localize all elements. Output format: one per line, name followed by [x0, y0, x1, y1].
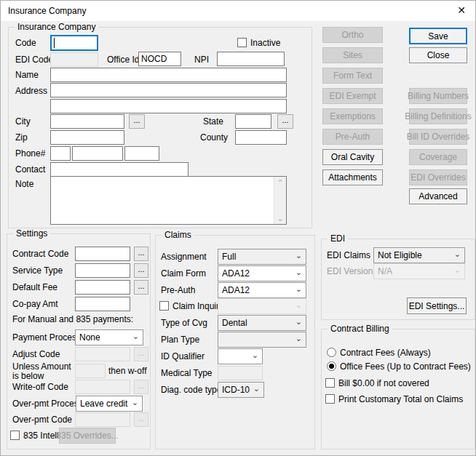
- over-pmt-process-label: Over-pmt Process: [12, 399, 83, 409]
- ortho-button: Ortho: [322, 27, 383, 43]
- note-textarea[interactable]: ⌃ ⌄: [50, 176, 287, 225]
- settings-title: Settings: [13, 228, 50, 239]
- unless-amount-input: [75, 364, 106, 378]
- co-pay-input[interactable]: [75, 297, 130, 311]
- contract-code-browse-button[interactable]: ...: [134, 247, 148, 261]
- attachments-button[interactable]: Attachments: [322, 169, 383, 185]
- intelli-adj-checkbox[interactable]: [10, 431, 20, 440]
- chevron-down-icon: ⌄: [295, 251, 302, 260]
- adjust-code-label: Adjust Code: [12, 349, 60, 359]
- phone-ext-input[interactable]: [124, 146, 159, 161]
- edi-exempt-button: EDI Exempt: [322, 88, 383, 104]
- payment-process-select[interactable]: None ⌄: [75, 329, 143, 345]
- inactive-checkbox[interactable]: [237, 38, 247, 47]
- default-fee-browse-button[interactable]: ...: [134, 280, 148, 295]
- chevron-down-icon: ⌄: [454, 265, 461, 275]
- chevron-down-icon: ⌄: [132, 332, 139, 341]
- close-button[interactable]: Close: [409, 47, 467, 63]
- default-fee-label: Default Fee: [12, 282, 57, 292]
- office-fees-label: Office Fees (Up to Contract Fees): [340, 361, 471, 372]
- state-browse-button[interactable]: ...: [277, 114, 293, 129]
- zip-input[interactable]: [50, 130, 124, 145]
- contact-input[interactable]: [50, 162, 189, 177]
- save-button[interactable]: Save: [409, 28, 467, 44]
- chevron-down-icon: ⌄: [252, 351, 258, 360]
- pre-auth-value: ADA12: [222, 285, 250, 295]
- contract-fees-radio[interactable]: [327, 348, 336, 357]
- sites-button: Sites: [322, 47, 383, 63]
- edi-title: EDI: [328, 233, 348, 244]
- type-of-cvg-select[interactable]: Dental ⌄: [218, 315, 306, 331]
- id-qualifier-label: ID Qualifier: [161, 351, 205, 361]
- type-of-cvg-value: Dental: [222, 318, 247, 328]
- form-text-button: Form Text: [322, 68, 383, 84]
- claim-form-select[interactable]: ADA12 ⌄: [218, 265, 306, 281]
- bill-zero-label: Bill $0.00 if not covered: [338, 378, 429, 388]
- code-input[interactable]: [50, 35, 98, 51]
- note-scrollbar[interactable]: ⌃ ⌄: [274, 177, 286, 224]
- service-type-browse-button[interactable]: ...: [134, 263, 148, 278]
- pre-auth-select[interactable]: ADA12 ⌄: [218, 282, 306, 298]
- over-pmt-code-input: [75, 412, 130, 427]
- claim-inquiry-label: Claim Inquiry: [172, 301, 223, 311]
- over-pmt-code-browse-button: ...: [134, 412, 148, 427]
- office-id-input[interactable]: [138, 52, 181, 66]
- name-input[interactable]: [50, 68, 287, 82]
- assignment-label: Assignment: [161, 252, 207, 262]
- billing-definitions-button: Billing Definitions: [409, 108, 467, 124]
- chevron-down-icon: ⌄: [253, 384, 260, 393]
- zip-label: Zip: [15, 132, 28, 143]
- city-label: City: [15, 116, 31, 127]
- city-browse-button[interactable]: ...: [129, 114, 145, 129]
- npi-input[interactable]: [217, 52, 285, 66]
- assignment-select[interactable]: Full ⌄: [218, 249, 306, 265]
- print-customary-checkbox[interactable]: [325, 394, 335, 404]
- contract-code-input[interactable]: [75, 247, 130, 261]
- edi-settings-button[interactable]: EDI Settings...: [407, 297, 467, 314]
- edi-code-input: [50, 52, 98, 67]
- scroll-up-icon[interactable]: ⌃: [274, 177, 286, 188]
- id-qualifier-select[interactable]: ⌄: [218, 348, 263, 364]
- diag-code-type-select[interactable]: ICD-10 ⌄: [218, 382, 264, 398]
- over-pmt-process-value: Leave credit: [80, 399, 127, 409]
- scroll-down-icon[interactable]: ⌄: [274, 213, 286, 223]
- office-fees-radio[interactable]: [327, 361, 336, 371]
- phone-area-input[interactable]: [50, 146, 71, 161]
- contract-billing-group: Contract Billing: [321, 329, 475, 449]
- chevron-down-icon: ⌄: [295, 268, 302, 277]
- edi-version-value: N/A: [378, 266, 392, 276]
- edi-claims-select[interactable]: Not Eligible ⌄: [373, 247, 465, 263]
- edi-version-label: EDI Version: [327, 266, 373, 276]
- group-title: Insurance Company: [15, 22, 98, 32]
- name-label: Name: [15, 70, 39, 80]
- contract-billing-title: Contract Billing: [328, 324, 392, 334]
- county-input[interactable]: [235, 130, 287, 145]
- address-input-1[interactable]: [50, 83, 287, 97]
- claim-inquiry-select: ⌄: [218, 298, 306, 314]
- co-pay-label: Co-pay Amt: [12, 299, 58, 309]
- over-pmt-process-select[interactable]: Leave credit ⌄: [76, 396, 143, 412]
- phone-number-input[interactable]: [72, 146, 123, 161]
- address-input-2[interactable]: [50, 99, 287, 113]
- inactive-label: Inactive: [250, 38, 280, 48]
- plan-type-select[interactable]: ⌄: [218, 332, 306, 348]
- close-icon[interactable]: ✕: [455, 4, 468, 16]
- diag-code-type-label: Diag. code type: [161, 385, 221, 395]
- print-customary-label: Print Customary Total on Claims: [338, 394, 463, 404]
- default-fee-input[interactable]: [75, 280, 130, 295]
- city-input[interactable]: [50, 114, 124, 129]
- address-label: Address: [15, 86, 47, 96]
- payment-process-value: None: [79, 332, 100, 343]
- claim-inquiry-checkbox[interactable]: [159, 301, 169, 311]
- adjust-code-browse-button: ...: [134, 347, 148, 361]
- claim-form-value: ADA12: [222, 268, 250, 279]
- title-bar: Insurance Company ✕: [1, 1, 475, 21]
- county-label: County: [200, 132, 228, 143]
- bill-zero-checkbox[interactable]: [325, 378, 335, 388]
- assignment-value: Full: [222, 252, 236, 262]
- service-type-input[interactable]: [75, 263, 130, 278]
- npi-label: NPI: [194, 55, 209, 65]
- state-input[interactable]: [235, 114, 271, 129]
- advanced-button[interactable]: Advanced: [409, 188, 467, 204]
- oral-cavity-button[interactable]: Oral Cavity: [322, 149, 383, 165]
